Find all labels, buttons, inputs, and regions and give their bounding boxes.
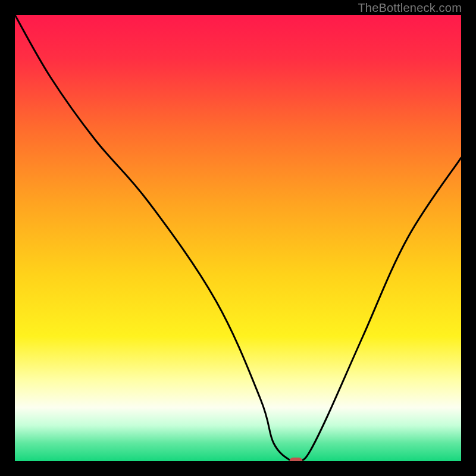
minimum-marker — [290, 458, 303, 461]
chart-container: TheBottleneck.com — [0, 0, 476, 476]
chart-svg — [15, 15, 461, 461]
plot-area — [15, 15, 461, 461]
svg-rect-0 — [15, 15, 461, 461]
watermark-text: TheBottleneck.com — [358, 1, 462, 15]
